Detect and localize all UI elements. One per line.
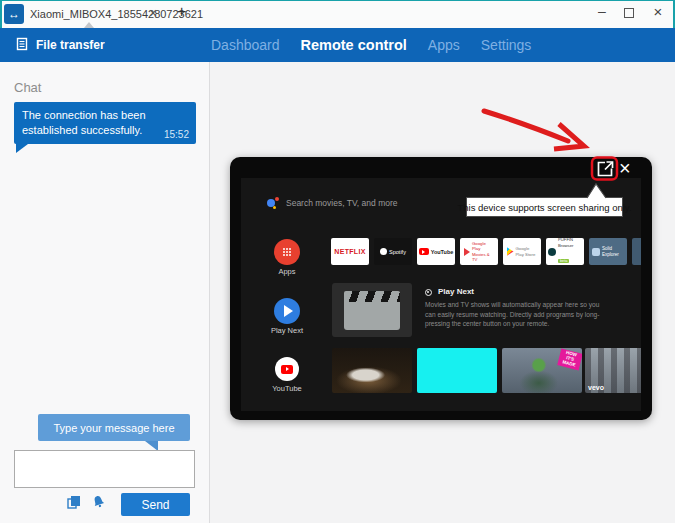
vevo-logo: vevo — [588, 384, 604, 391]
google-assistant-icon-dot2 — [273, 206, 276, 209]
message-input[interactable] — [14, 450, 195, 488]
nudge-button[interactable] — [89, 494, 107, 512]
puffin-beta-badge: beta — [558, 259, 569, 263]
solid-explorer-icon — [592, 248, 600, 256]
play-store-label: Google Play Store — [516, 246, 538, 256]
screen-share-tooltip: This device supports screen sharing only… — [466, 197, 623, 217]
youtube-label: YouTube — [431, 249, 454, 255]
clipboard-icon — [66, 495, 81, 514]
video-thumbnail-cat[interactable] — [332, 348, 412, 393]
file-transfer-label: File transfer — [36, 38, 105, 52]
send-button[interactable]: Send — [121, 493, 190, 516]
window-minimize-button[interactable]: – — [594, 3, 610, 19]
clapperboard-body — [344, 302, 400, 330]
nav-remote-control[interactable]: Remote control — [301, 37, 407, 53]
youtube-circle-icon — [281, 365, 293, 374]
play-next-heading: Play Next — [438, 287, 474, 296]
chat-bubble-tail — [16, 144, 28, 153]
red-arrow-shaft — [484, 111, 568, 141]
netflix-logo: NETFLIX — [334, 248, 365, 255]
video-badge: HOW IT'S MADE — [557, 349, 582, 371]
nav-apps[interactable]: Apps — [428, 37, 460, 53]
tv-search-hint[interactable]: Search movies, TV, and more — [286, 198, 398, 208]
play-next-description: Movies and TV shows will automatically a… — [425, 300, 603, 329]
play-movies-icon — [464, 248, 470, 256]
bell-icon — [91, 494, 106, 513]
solid-explorer-label: Solid Explorer — [602, 246, 624, 257]
app-tile-puffin[interactable]: PUFFIN Browser beta — [546, 238, 584, 265]
clapperboard-placeholder[interactable] — [332, 283, 412, 337]
play-next-bullet-icon — [425, 289, 432, 296]
video-thumbnail-vevo[interactable]: vevo — [585, 348, 641, 393]
play-movies-label: Google Play Movies & TV — [472, 241, 494, 262]
clipboard-button[interactable] — [64, 495, 82, 513]
play-store-icon — [507, 247, 514, 256]
app-tile-youtube[interactable]: YouTube — [417, 238, 455, 265]
video-thumbnail-hulk[interactable]: HOW IT'S MADE — [502, 348, 582, 393]
apps-grid-icon — [283, 248, 285, 250]
tv-apps-label: Apps — [271, 267, 303, 276]
app-tile-google-play-store[interactable]: Google Play Store — [503, 238, 541, 265]
file-transfer-button[interactable]: File transfer — [16, 28, 105, 62]
google-assistant-icon-dot — [275, 197, 279, 201]
red-arrow-head — [554, 124, 584, 149]
tv-youtube-button[interactable] — [275, 357, 299, 381]
tv-youtube-label: YouTube — [265, 384, 309, 393]
play-icon — [284, 305, 293, 317]
app-tile-spotify[interactable]: Spotify — [374, 238, 412, 265]
app-tile-netflix[interactable]: NETFLIX — [331, 238, 369, 265]
app-tile-partial[interactable] — [632, 238, 641, 265]
remote-screen-close-button[interactable]: × — [619, 157, 631, 179]
chat-message-text: The connection has been established succ… — [22, 109, 146, 136]
tv-apps-button[interactable] — [274, 239, 300, 265]
chat-message-time: 15:52 — [164, 128, 189, 142]
file-transfer-icon — [16, 37, 29, 54]
compose-hint-bubble: Type your message here — [38, 414, 190, 441]
youtube-play-icon — [419, 248, 429, 255]
chat-message-bubble: The connection has been established succ… — [14, 102, 196, 144]
spotify-label: Spotify — [389, 249, 406, 255]
spotify-icon — [380, 248, 387, 255]
window-close-button[interactable]: × — [650, 3, 666, 20]
app-tile-solid-explorer[interactable]: Solid Explorer — [589, 238, 627, 265]
teamviewer-logo-icon: ↔ — [4, 4, 24, 24]
tab-close-icon[interactable]: × — [149, 6, 157, 20]
puffin-icon — [548, 248, 556, 256]
nav-settings[interactable]: Settings — [481, 37, 532, 53]
clapperboard-top — [344, 291, 400, 302]
new-tab-button[interactable]: + — [177, 4, 186, 20]
chat-header: Chat — [14, 80, 41, 95]
tv-play-next-button[interactable] — [274, 298, 300, 324]
teamviewer-window: ↔ Xiaomi_MIBOX4_18554280723621 × + – × F… — [0, 0, 675, 523]
nav-menu: Dashboard Remote control Apps Settings — [211, 28, 531, 62]
tv-play-next-label: Play Next — [265, 326, 309, 335]
window-maximize-button[interactable] — [624, 8, 634, 18]
nav-dashboard[interactable]: Dashboard — [211, 37, 280, 53]
app-tile-google-play-movies[interactable]: Google Play Movies & TV — [460, 238, 498, 265]
puffin-label: PUFFIN Browser — [558, 238, 582, 248]
video-thumbnail-cyan[interactable] — [417, 348, 497, 393]
